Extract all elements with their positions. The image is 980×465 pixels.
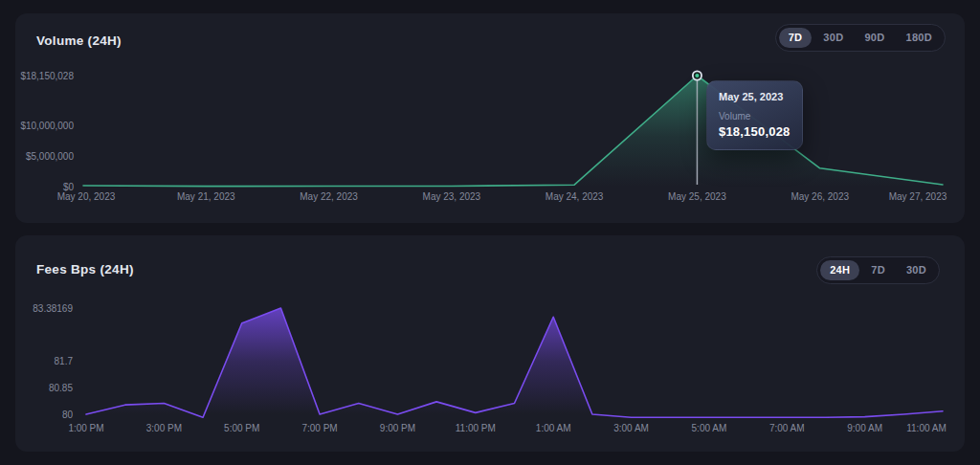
highlight-point-dot: [695, 74, 699, 78]
fees-x-axis-label: 9:00 PM: [380, 423, 415, 433]
fees-y-axis-label: 80.85: [49, 383, 73, 393]
volume-area-fill: [83, 76, 943, 191]
fees-panel-title: Fees Bps (24H): [36, 262, 134, 277]
tooltip-date: May 25, 2023: [719, 91, 791, 102]
volume-y-axis-label: $0: [63, 182, 75, 192]
tooltip-value: $18,150,028: [719, 124, 791, 139]
volume-range-30d-button[interactable]: 30D: [813, 28, 853, 48]
fees-x-axis-label: 11:00 AM: [906, 423, 947, 433]
dashboard-page: Volume (24H) 7D30D90D180D $18,150,028$10…: [0, 0, 980, 465]
fees-range-switcher: 24H7D30D: [816, 256, 940, 284]
fees-x-axis-label: 11:00 PM: [456, 423, 496, 433]
fees-x-axis-label: 1:00 AM: [536, 423, 571, 433]
fees-x-axis-label: 5:00 AM: [692, 423, 727, 433]
fees-range-7d-button[interactable]: 7D: [861, 260, 895, 280]
fees-y-axis-label: 83.38169: [33, 303, 73, 314]
volume-range-7d-button[interactable]: 7D: [779, 28, 813, 48]
volume-x-axis-label: May 25, 2023: [668, 191, 726, 202]
fees-y-axis-label: 80: [62, 410, 74, 420]
volume-x-axis-label: May 24, 2023: [546, 191, 604, 202]
fees-x-axis-label: 3:00 PM: [146, 423, 182, 433]
fees-x-axis-label: 9:00 AM: [847, 423, 882, 433]
fees-x-axis-label: 3:00 AM: [613, 423, 649, 433]
fees-x-axis-label: 1:00 PM: [68, 423, 103, 433]
volume-x-axis-label: May 22, 2023: [300, 191, 358, 202]
fees-panel: Fees Bps (24H) 24H7D30D 83.3816981.780.8…: [15, 235, 965, 452]
fees-x-axis-label: 7:00 AM: [769, 423, 805, 433]
volume-panel: Volume (24H) 7D30D90D180D $18,150,028$10…: [15, 13, 965, 223]
volume-tooltip: May 25, 2023 Volume $18,150,028: [706, 80, 803, 150]
volume-y-axis-label: $5,000,000: [26, 151, 74, 162]
volume-x-axis-label: May 27, 2023: [889, 191, 947, 202]
volume-x-axis-label: May 21, 2023: [177, 191, 235, 202]
fees-x-axis-label: 7:00 PM: [301, 423, 337, 433]
volume-range-90d-button[interactable]: 90D: [855, 28, 894, 48]
volume-range-switcher: 7D30D90D180D: [775, 24, 946, 52]
fees-x-axis-label: 5:00 PM: [224, 423, 259, 433]
tooltip-series-label: Volume: [719, 111, 791, 122]
fees-range-24h-button[interactable]: 24H: [820, 260, 859, 280]
volume-x-axis-label: May 26, 2023: [791, 191, 849, 202]
volume-x-axis-label: May 23, 2023: [423, 191, 481, 202]
volume-y-axis-label: $18,150,028: [20, 71, 74, 81]
fees-y-axis-label: 81.7: [55, 356, 74, 366]
volume-panel-title: Volume (24H): [36, 33, 122, 48]
volume-y-axis-label: $10,000,000: [20, 121, 74, 131]
volume-x-axis-label: May 20, 2023: [57, 191, 116, 202]
fees-range-30d-button[interactable]: 30D: [897, 260, 936, 280]
volume-range-180d-button[interactable]: 180D: [897, 28, 943, 48]
